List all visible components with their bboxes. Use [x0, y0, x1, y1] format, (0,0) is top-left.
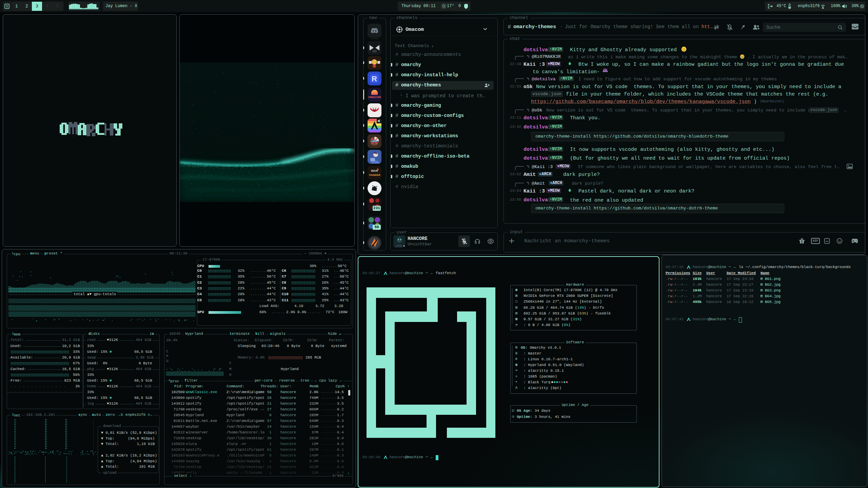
svg-text:WAR: WAR: [371, 169, 378, 172]
svg-text:R: R: [372, 75, 377, 83]
svg-text:OMACOM: OMACOM: [368, 96, 381, 99]
svg-text:THUNDER: THUNDER: [369, 174, 380, 176]
